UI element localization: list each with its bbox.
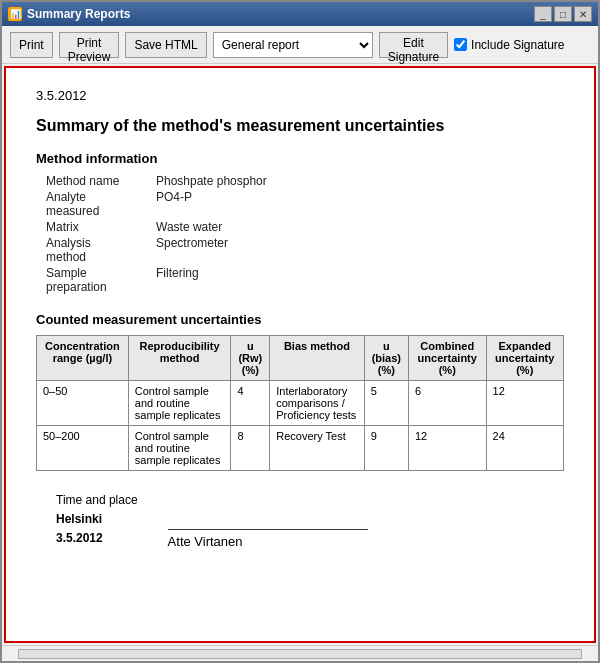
uncertainties-title: Counted measurement uncertainties (36, 312, 564, 327)
col-header-concentration: Concentration range (µg/l) (37, 336, 129, 381)
col-header-reproducibility: Reproducibility method (128, 336, 231, 381)
content-inner: 3.5.2012 Summary of the method's measure… (6, 68, 594, 569)
include-signature-label: Include Signature (471, 38, 564, 52)
close-button[interactable]: ✕ (574, 6, 592, 22)
report-date: 3.5.2012 (36, 88, 564, 103)
sig-date: 3.5.2012 (56, 531, 103, 545)
col-header-expanded: Expanded uncertainty (%) (486, 336, 563, 381)
row2-bias-method: Recovery Test (270, 426, 364, 471)
uncertainties-table: Concentration range (µg/l) Reproducibili… (36, 335, 564, 471)
row2-u-rw: 8 (231, 426, 270, 471)
table-row: 50–200 Control sample and routine sample… (37, 426, 564, 471)
print-preview-button[interactable]: PrintPreview (59, 32, 120, 58)
maximize-button[interactable]: □ (554, 6, 572, 22)
edit-signature-button[interactable]: EditSignature (379, 32, 448, 58)
sig-line (168, 510, 368, 530)
minimize-button[interactable]: _ (534, 6, 552, 22)
h-scrollbar-area (2, 645, 598, 661)
signature-area: Time and place Helsinki 3.5.2012 Atte Vi… (56, 491, 564, 549)
h-scrollbar[interactable] (18, 649, 582, 659)
analyte-label: Analytemeasured (46, 190, 156, 218)
row1-u-rw: 4 (231, 381, 270, 426)
sample-prep-value: Filtering (156, 266, 199, 294)
time-place-label: Time and place (56, 493, 138, 507)
include-signature-checkbox[interactable] (454, 38, 467, 51)
row2-u-bias: 9 (364, 426, 408, 471)
row1-combined: 6 (409, 381, 487, 426)
edit-sig-label: EditSignature (388, 36, 439, 64)
window-icon: 📊 (8, 7, 22, 21)
method-name-row: Method name Phoshpate phosphor (46, 174, 564, 188)
sig-left: Time and place Helsinki 3.5.2012 (56, 491, 138, 549)
row2-expanded: 24 (486, 426, 563, 471)
analysis-method-row: Analysismethod Spectrometer (46, 236, 564, 264)
col-header-combined: Combined uncertainty (%) (409, 336, 487, 381)
analysis-method-label: Analysismethod (46, 236, 156, 264)
col-header-bias-method: Bias method (270, 336, 364, 381)
analyte-value: PO4-P (156, 190, 192, 218)
title-bar-buttons: _ □ ✕ (534, 6, 592, 22)
analysis-method-value: Spectrometer (156, 236, 228, 264)
method-info-title: Method information (36, 151, 564, 166)
analyte-row: Analytemeasured PO4-P (46, 190, 564, 218)
print-button[interactable]: Print (10, 32, 53, 58)
col-header-u-bias: u (bias) (%) (364, 336, 408, 381)
toolbar: Print PrintPreview Save HTML General rep… (2, 26, 598, 64)
report-type-dropdown[interactable]: General report (213, 32, 373, 58)
method-info-table: Method name Phoshpate phosphor Analyteme… (46, 174, 564, 294)
main-window: 📊 Summary Reports _ □ ✕ Print PrintPrevi… (0, 0, 600, 663)
sample-prep-row: Samplepreparation Filtering (46, 266, 564, 294)
method-name-value: Phoshpate phosphor (156, 174, 267, 188)
title-bar-left: 📊 Summary Reports (8, 7, 130, 21)
row1-expanded: 12 (486, 381, 563, 426)
sig-location: Helsinki (56, 512, 102, 526)
sample-prep-label: Samplepreparation (46, 266, 156, 294)
col-header-u-rw: u (Rw) (%) (231, 336, 270, 381)
title-bar: 📊 Summary Reports _ □ ✕ (2, 2, 598, 26)
content-area: 3.5.2012 Summary of the method's measure… (4, 66, 596, 643)
method-name-label: Method name (46, 174, 156, 188)
row2-combined: 12 (409, 426, 487, 471)
row2-concentration: 50–200 (37, 426, 129, 471)
row2-reproducibility: Control sample and routine sample replic… (128, 426, 231, 471)
row1-concentration: 0–50 (37, 381, 129, 426)
row1-reproducibility: Control sample and routine sample replic… (128, 381, 231, 426)
print-preview-label: PrintPreview (68, 36, 111, 64)
table-header-row: Concentration range (µg/l) Reproducibili… (37, 336, 564, 381)
matrix-label: Matrix (46, 220, 156, 234)
table-row: 0–50 Control sample and routine sample r… (37, 381, 564, 426)
report-main-title: Summary of the method's measurement unce… (36, 117, 564, 135)
matrix-value: Waste water (156, 220, 222, 234)
matrix-row: Matrix Waste water (46, 220, 564, 234)
sig-name: Atte Virtanen (168, 534, 368, 549)
sig-row: Time and place Helsinki 3.5.2012 Atte Vi… (56, 491, 564, 549)
row1-u-bias: 5 (364, 381, 408, 426)
include-signature-area: Include Signature (454, 38, 564, 52)
window-title: Summary Reports (27, 7, 130, 21)
row1-bias-method: Interlaboratory comparisons / Proficienc… (270, 381, 364, 426)
sig-right: Atte Virtanen (168, 510, 368, 549)
save-html-button[interactable]: Save HTML (125, 32, 206, 58)
